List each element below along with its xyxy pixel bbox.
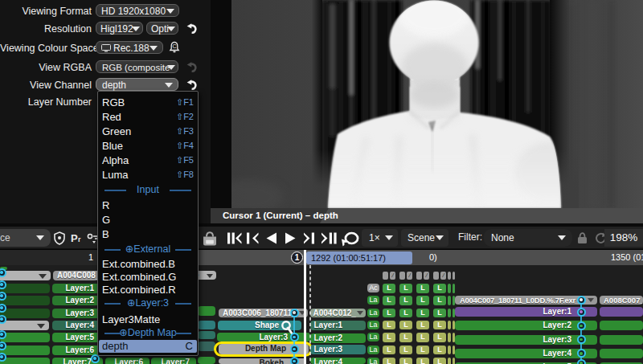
svg-text:P: P [71,232,78,244]
svg-text:C: C [172,43,176,49]
svg-text:r: r [78,235,81,243]
